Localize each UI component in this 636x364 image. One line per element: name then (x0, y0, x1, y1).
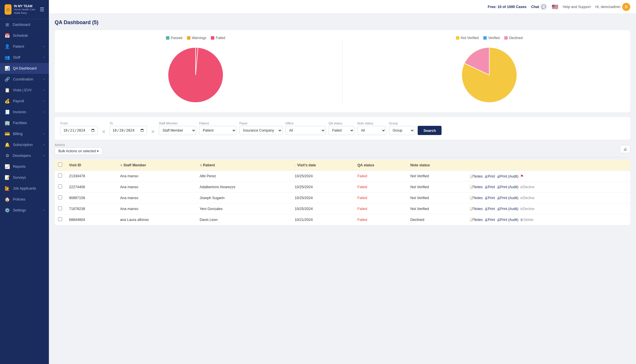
billing-icon: 💳 (5, 131, 10, 136)
action-print-link[interactable]: 🖨Print (484, 196, 495, 200)
group-filter: Group Group (389, 122, 415, 135)
patient-select[interactable]: Patient (199, 126, 236, 135)
action-print--audit--link[interactable]: 🖨Print (Audit) (497, 207, 518, 211)
row-checkbox[interactable] (58, 174, 62, 178)
action-print-link[interactable]: 🖨Print (484, 174, 495, 178)
row-checkbox-cell[interactable] (55, 214, 66, 225)
divider (55, 157, 630, 157)
qa-dashboard-icon: 📊 (5, 66, 10, 71)
visits-date-header[interactable]: ↓ Visit's date (291, 160, 354, 171)
group-select[interactable]: Group (389, 126, 415, 135)
chevron-right-icon: › (43, 209, 44, 212)
patient-header[interactable]: ⇅ Patient (196, 160, 291, 171)
payroll-icon: 💰 (5, 99, 10, 104)
help-support-link[interactable]: Help and Support (563, 5, 591, 9)
print-icon-button[interactable]: 🖨 (620, 145, 630, 153)
legend-not-verified: Not Verified (456, 36, 479, 40)
row-checkbox[interactable] (58, 195, 62, 199)
action-notes-link[interactable]: 📝Notes (469, 218, 483, 222)
note-status-cell: Declined (407, 214, 466, 225)
visit-id-cell: 68844804 (66, 214, 116, 225)
chevron-right-icon: › (43, 78, 44, 81)
sidebar-item-patient[interactable]: 👤 Patient › (0, 41, 49, 52)
row-checkbox[interactable] (58, 217, 62, 221)
action-print-link[interactable]: 🖨Print (484, 207, 495, 211)
row-checkbox-cell[interactable] (55, 171, 66, 182)
sidebar-item-developers[interactable]: ⚙ Developers › (0, 150, 49, 161)
sidebar-item-job-applicants[interactable]: 🙋 Job Applicants (0, 183, 49, 194)
sidebar-item-facilities[interactable]: 🏢 Facilities (0, 118, 49, 128)
hamburger-icon[interactable]: ☰ (40, 6, 44, 13)
payer-select[interactable]: Insurance Company (239, 126, 282, 135)
legend-passed: Passed (166, 36, 182, 40)
bulk-actions-arrow-icon: ▾ (97, 149, 99, 153)
sidebar-item-label: Subscription (13, 143, 33, 147)
sidebar-item-label: Coordination (13, 77, 33, 81)
from-clear-btn[interactable]: ✕ (101, 129, 107, 134)
action-delete-link[interactable]: 🗑Delete (520, 218, 534, 222)
sidebar-item-surveys[interactable]: 📝 Surveys (0, 172, 49, 183)
action-notes-link[interactable]: 📝Notes (469, 207, 483, 211)
row-actions-cell: 📝Notes🖨Print🖨Print (Audit)⊘Decline (466, 192, 630, 203)
action-print--audit--link[interactable]: 🖨Print (Audit) (497, 185, 518, 189)
warnings-dot (187, 36, 190, 40)
row-checkbox-cell[interactable] (55, 203, 66, 214)
row-checkbox-cell[interactable] (55, 182, 66, 192)
action-notes-link[interactable]: 📝Notes (469, 196, 483, 200)
office-select[interactable]: All (285, 126, 326, 135)
from-date-input[interactable] (60, 126, 98, 135)
chevron-right-icon: › (43, 143, 44, 146)
sidebar-item-label: Visits | EVV (13, 88, 32, 92)
bulk-actions-button[interactable]: Bulk Actions on selected ▾ (55, 147, 102, 155)
action-decline-link[interactable]: ⊘Decline (520, 207, 534, 211)
action-print-link[interactable]: 🖨Print (484, 185, 495, 189)
sidebar-item-dashboard[interactable]: ⊞ Dashboard (0, 19, 49, 30)
language-flag[interactable]: 🇺🇸 (552, 4, 558, 10)
sidebar-item-qa-dashboard[interactable]: 📊 QA Dashboard (0, 63, 49, 74)
action-decline-link[interactable]: ⊘Decline (520, 185, 534, 189)
developers-icon: ⚙ (5, 153, 10, 158)
qa-status-select[interactable]: Failed Passed All (328, 126, 354, 135)
sidebar-item-payroll[interactable]: 💰 Payroll › (0, 96, 49, 107)
sidebar-item-billing[interactable]: 💳 Billing › (0, 128, 49, 139)
row-checkbox[interactable] (58, 184, 62, 188)
staff-member-header[interactable]: ⇅ Staff Member (116, 160, 196, 171)
to-clear-btn[interactable]: ✕ (150, 129, 156, 134)
user-menu[interactable]: Hi, demo\admin D (595, 3, 630, 11)
note-status-select[interactable]: All Not Verified Verified Declined (357, 126, 386, 135)
action-notes-link[interactable]: 📝Notes (469, 174, 483, 178)
select-all-checkbox[interactable] (58, 163, 62, 167)
sidebar-item-coordination[interactable]: 🔗 Coordination › (0, 74, 49, 85)
row-checkbox-cell[interactable] (55, 192, 66, 203)
sidebar-item-policies[interactable]: 🏠 Policies (0, 194, 49, 205)
action-print--audit--link[interactable]: 🖨Print (Audit) (497, 174, 518, 178)
row-actions-cell: 📝Notes🖨Print🖨Print (Audit)⊘Decline (466, 203, 630, 214)
staff-member-select[interactable]: Staff Member (159, 126, 196, 135)
to-date-input[interactable] (110, 126, 147, 135)
search-button[interactable]: Search (418, 126, 442, 135)
page-content: QA Dashboard (5) Passed Warnings Fai (49, 14, 636, 364)
row-checkbox[interactable] (58, 206, 62, 210)
action-print--audit--link[interactable]: 🖨Print (Audit) (497, 218, 518, 222)
sidebar-item-staff[interactable]: 👥 Staff › (0, 52, 49, 63)
sidebar-item-settings[interactable]: ⚙️ Settings › (0, 205, 49, 216)
dashboard-icon: ⊞ (5, 22, 10, 27)
row-actions-header (466, 160, 630, 171)
action-notes-link[interactable]: 📝Notes (469, 185, 483, 189)
sidebar-item-reports[interactable]: 📈 Reports (0, 161, 49, 172)
action-print-link[interactable]: 🖨Print (484, 218, 495, 222)
sidebar-item-schedule[interactable]: 📅 Schedule (0, 30, 49, 41)
action-decline-link[interactable]: ⊘Decline (520, 196, 534, 200)
visit-id-header[interactable]: Visit ID (66, 160, 116, 171)
sidebar-item-invoices[interactable]: 🧾 Invoices › (0, 107, 49, 118)
select-all-header[interactable] (55, 160, 66, 171)
actions-row: Actions Bulk Actions on selected ▾ 🖨 (55, 143, 630, 155)
legend-failed: Failed (211, 36, 225, 40)
visit-id-cell: 22274406 (66, 182, 116, 192)
chat-button[interactable]: Chat 💬 (531, 3, 547, 10)
logo-icon: ⌂ (5, 4, 12, 15)
patient-cell: Davis Leon (196, 214, 291, 225)
sidebar-item-subscription[interactable]: 🔔 Subscription › (0, 139, 49, 150)
action-print--audit--link[interactable]: 🖨Print (Audit) (497, 196, 518, 200)
sidebar-item-visits-evv[interactable]: 📋 Visits | EVV › (0, 85, 49, 96)
